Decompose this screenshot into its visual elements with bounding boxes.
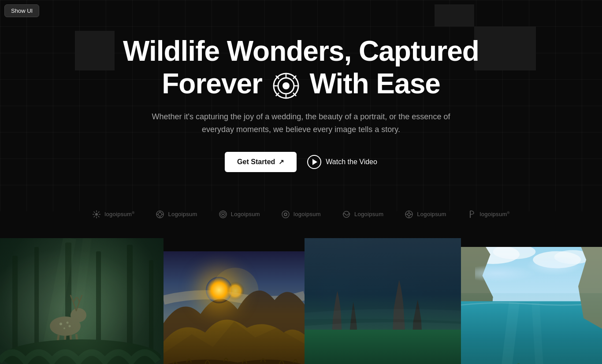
svg-line-17 xyxy=(98,216,100,217)
image-rocks xyxy=(305,238,461,364)
ocean-image xyxy=(461,247,602,364)
svg-point-51 xyxy=(59,323,62,325)
svg-line-19 xyxy=(94,216,95,217)
svg-line-16 xyxy=(94,211,95,213)
svg-point-61 xyxy=(372,345,379,349)
camera-lens-icon xyxy=(272,72,300,99)
hero-section: Wildlife Wonders, Captured Forever With … xyxy=(0,0,602,194)
watch-video-label: Watch the Video xyxy=(326,158,377,166)
logo-6-name: Logoipsum xyxy=(417,211,446,217)
cta-row: Get Started ↗ Watch the Video xyxy=(9,152,593,172)
logo-item-5: Logoipsum xyxy=(342,210,383,219)
svg-point-31 xyxy=(285,213,286,215)
image-deer xyxy=(0,238,164,364)
logo-7-name: logoipsum® xyxy=(480,211,510,217)
svg-point-65 xyxy=(493,247,535,259)
get-started-label: Get Started xyxy=(237,158,275,166)
svg-point-34 xyxy=(408,213,410,216)
logo-item-3: Logoipsum xyxy=(219,210,260,219)
svg-point-11 xyxy=(95,213,98,216)
svg-point-53 xyxy=(63,327,65,329)
hero-title: Wildlife Wonders, Captured Forever With … xyxy=(9,35,593,100)
hero-title-line1: Wildlife Wonders, Captured xyxy=(123,35,479,67)
logo-item-4: logoipsum xyxy=(281,210,321,219)
svg-rect-60 xyxy=(305,238,461,364)
logos-strip: logoipsum® Logoipsum Logoipsum logoipsum xyxy=(0,194,602,235)
image-mountain xyxy=(164,251,305,364)
svg-point-66 xyxy=(533,251,581,268)
hero-title-line2: Forever xyxy=(162,68,262,99)
logo-4-name: logoipsum xyxy=(294,211,321,217)
svg-point-2 xyxy=(282,82,290,89)
get-started-button[interactable]: Get Started ↗ xyxy=(225,152,297,172)
watch-video-button[interactable]: Watch the Video xyxy=(307,155,377,169)
show-ui-button[interactable]: Show UI xyxy=(4,4,39,17)
deer-image xyxy=(0,238,164,364)
svg-point-62 xyxy=(378,341,386,345)
hero-title-line3: With Ease xyxy=(310,68,440,99)
logo-item-6: Logoipsum xyxy=(405,210,446,219)
logo-item-2: Logoipsum xyxy=(156,210,197,219)
svg-rect-68 xyxy=(461,301,602,364)
svg-point-28 xyxy=(222,213,224,215)
svg-line-18 xyxy=(98,211,100,213)
svg-point-52 xyxy=(67,321,69,324)
mountain-image xyxy=(164,251,305,364)
image-grid xyxy=(0,238,602,364)
rocks-image xyxy=(305,238,461,364)
hero-subtitle: Whether it's capturing the joy of a wedd… xyxy=(147,110,455,136)
play-triangle-icon xyxy=(312,159,317,165)
logo-item-1: logoipsum® xyxy=(92,210,134,219)
logo-5-name: Logoipsum xyxy=(354,211,383,217)
image-ocean xyxy=(461,247,602,364)
play-circle-icon xyxy=(307,155,321,169)
logo-item-7: logoipsum® xyxy=(468,210,510,219)
arrow-icon: ↗ xyxy=(279,158,284,166)
svg-point-21 xyxy=(158,213,162,216)
logo-3-name: Logoipsum xyxy=(231,211,260,217)
logo-2-name: Logoipsum xyxy=(168,211,197,217)
svg-point-54 xyxy=(69,325,71,327)
logo-1-name: logoipsum® xyxy=(104,211,134,217)
